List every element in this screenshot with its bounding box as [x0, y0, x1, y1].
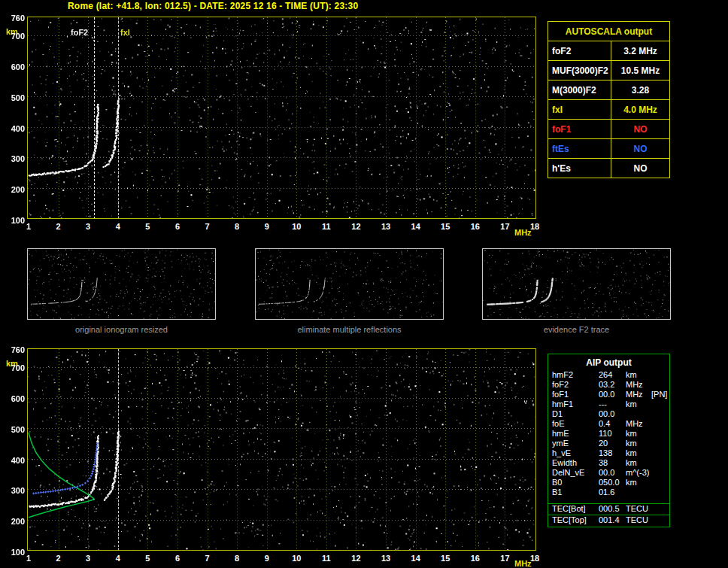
thumbnail-caption-evidence: evidence F2 trace [482, 325, 671, 334]
x-axis-tick: 6 [169, 222, 186, 231]
autoscala-output-panel: AUTOSCALA output foF23.2 MHzMUF(3000)F21… [548, 21, 670, 178]
x-axis-tick: 13 [378, 554, 394, 563]
x-axis-tick: 8 [229, 554, 245, 563]
fxi-marker-label: fxI [120, 28, 130, 37]
station-date-title: Rome (lat: +41.8, lon: 012.5) - DATE: 20… [68, 1, 358, 11]
aip-row-unit [626, 409, 651, 419]
aip-row: hmE110km [548, 429, 669, 439]
aip-tec-unit: TECU [626, 504, 651, 515]
x-axis-tick: 16 [467, 554, 484, 563]
x-axis-tick: 18 [526, 222, 543, 231]
x-axis-tick: 4 [110, 222, 126, 231]
x-axis-tick: 11 [318, 222, 335, 231]
x-axis-tick: 10 [288, 554, 305, 563]
aip-row-value: 0.4 [599, 419, 626, 429]
x-axis-tick: 18 [526, 554, 543, 563]
y-axis-tick: 760 [5, 14, 25, 23]
x-axis-tick: 7 [199, 554, 216, 563]
fof2-marker-label: foF2 [71, 28, 88, 37]
aip-row-label: B0 [552, 478, 599, 488]
y-axis-tick: 600 [5, 394, 25, 403]
aip-row-value: 01.6 [599, 488, 626, 497]
aip-row-label: hmF1 [552, 399, 599, 409]
autoscala-row: MUF(3000)F210.5 MHz [548, 60, 669, 80]
y-axis-tick: 400 [5, 124, 25, 133]
aip-row-note [651, 448, 669, 458]
aip-tec-row: TEC[Top]001.4TECU [548, 515, 669, 526]
autoscala-row: foF1NO [548, 119, 669, 138]
x-axis-tick: 5 [139, 554, 156, 563]
autoscala-rows: foF23.2 MHzMUF(3000)F210.5 MHzM(3000)F23… [548, 41, 669, 178]
autoscala-row-label: foF1 [548, 120, 611, 138]
aip-row-label: foF2 [552, 380, 599, 390]
aip-tec-label: TEC[Top] [552, 515, 599, 526]
x-axis-tick: 1 [20, 554, 37, 563]
autoscala-window: Rome (lat: +41.8, lon: 012.5) - DATE: 20… [0, 0, 728, 568]
ionogram-plot-bottom [27, 348, 536, 551]
aip-row-note [651, 488, 669, 497]
aip-row-unit: km [626, 448, 651, 458]
x-axis-tick: 14 [408, 222, 424, 231]
autoscala-row-label: MUF(3000)F2 [548, 61, 611, 80]
autoscala-row-value: NO [611, 159, 669, 178]
aip-row: foF100.0MHz[PN] [548, 390, 669, 399]
aip-row-unit: km [626, 439, 651, 448]
x-axis-tick: 2 [50, 222, 67, 231]
thumbnail-caption-original: original ionogram resized [27, 325, 216, 334]
aip-row-label: ymE [552, 439, 599, 448]
aip-tec-unit: TECU [626, 515, 651, 526]
aip-row-note: [PN] [651, 390, 669, 399]
y-axis-tick: 200 [5, 517, 25, 526]
aip-row-value: 138 [599, 448, 626, 458]
x-axis-tick: 1 [20, 222, 37, 231]
aip-row-unit: km [626, 370, 651, 380]
autoscala-row-value: NO [611, 139, 669, 158]
aip-tec-row: TEC[Bot]000.5TECU [548, 503, 669, 515]
autoscala-row-value: 4.0 MHz [611, 100, 669, 119]
x-axis-tick: 3 [80, 554, 96, 563]
y-axis-tick: 400 [5, 456, 25, 465]
x-axis-tick: 14 [408, 554, 424, 563]
aip-row-label: Ewidth [552, 458, 599, 468]
autoscala-row-value: NO [611, 120, 669, 138]
aip-row-value: 00.0 [599, 409, 626, 419]
autoscala-row-label: ftEs [548, 139, 611, 158]
aip-row-value: 03.2 [599, 380, 626, 390]
aip-row-label: hmE [552, 429, 599, 439]
thumbnail-eliminate-reflections [255, 248, 444, 320]
aip-row-label: hmF2 [552, 370, 599, 380]
thumbnail-canvas-original [28, 249, 215, 319]
aip-row-note [651, 478, 669, 488]
aip-row-label: DelN_vE [552, 468, 599, 478]
x-axis-tick: 10 [288, 222, 305, 231]
y-axis-tick: 500 [5, 93, 25, 102]
y-axis-tick: 600 [5, 62, 25, 71]
aip-row: D100.0 [548, 409, 669, 419]
aip-row-unit: km [626, 429, 651, 439]
autoscala-row: M(3000)F23.28 [548, 80, 669, 99]
y-axis-tick: 760 [5, 345, 25, 354]
x-axis-tick: 2 [50, 554, 67, 563]
autoscala-row-value: 3.28 [611, 80, 669, 99]
x-axis-tick: 9 [259, 222, 275, 231]
autoscala-row: ftEsNO [548, 138, 669, 158]
x-axis-tick: 17 [496, 222, 513, 231]
x-axis-tick: 4 [110, 554, 126, 563]
thumbnail-canvas-evidence [483, 249, 670, 319]
aip-row: ymE20km [548, 439, 669, 448]
aip-row: B101.6 [548, 488, 669, 497]
thumbnail-original-ionogram [27, 248, 216, 320]
aip-tec-value: 001.4 [599, 515, 626, 526]
aip-tec-rows: TEC[Bot]000.5TECUTEC[Top]001.4TECU [548, 503, 669, 526]
autoscala-row: h'EsNO [548, 158, 669, 178]
aip-row-note [651, 380, 669, 390]
x-axis-tick: 13 [378, 222, 394, 231]
aip-row-unit: km [626, 458, 651, 468]
y-axis-tick: 300 [5, 486, 25, 495]
x-axis-tick: 6 [169, 554, 186, 563]
autoscala-row-label: foF2 [548, 41, 611, 60]
y-axis-tick: 500 [5, 425, 25, 434]
aip-row: B0050.0km [548, 478, 669, 488]
aip-row-unit: m^(-3) [626, 468, 651, 478]
autoscala-row-value: 10.5 MHz [611, 61, 669, 80]
